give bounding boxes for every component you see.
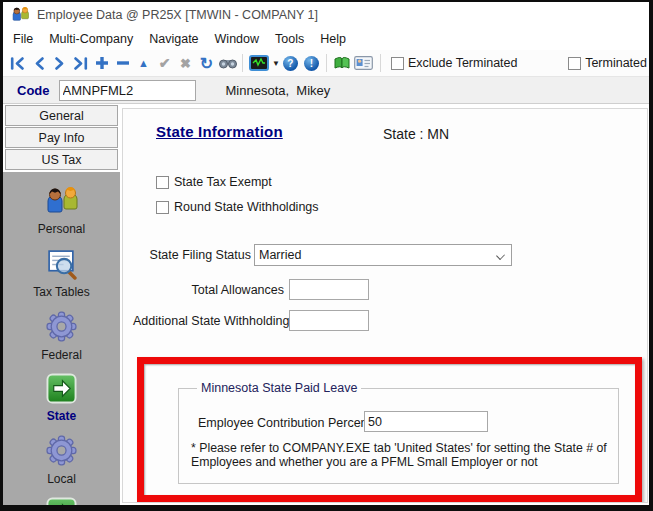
exclude-terminated-checkbox[interactable]: Exclude Terminated [391, 56, 518, 70]
left-column: General Pay Info US Tax Personal Tax Tab… [3, 104, 122, 505]
title-bar: Employee Data @ PR25X [TMWIN - COMPANY 1… [3, 2, 649, 27]
menu-help[interactable]: Help [312, 29, 354, 49]
toolbar-separator [326, 54, 327, 72]
sidebar-item-label: Personal [38, 222, 85, 236]
pfml-note-line2: Employees and whether you are a PFML Sma… [191, 455, 538, 469]
pfml-note-line1: * Please refer to COMPANY.EXE tab 'Unite… [191, 441, 607, 455]
total-allowances-input[interactable] [289, 279, 369, 300]
refresh-icon[interactable]: ↻ [196, 53, 217, 73]
window-title: Employee Data @ PR25X [TMWIN - COMPANY 1… [37, 8, 318, 22]
employee-name: Minnesota, Mikey [226, 83, 331, 98]
sidebar-item-label: Federal [41, 348, 82, 362]
menu-window[interactable]: Window [207, 29, 267, 49]
additional-state-withholding-label: Additional State Withholding [133, 314, 284, 328]
state-filing-status-label: State Filing Status [133, 248, 251, 262]
toolbar: ▲ ✔ ✖ ↻ ▼ ? ! Exclude Terminated [3, 50, 649, 76]
sidebar-item-label: Tax Tables [33, 285, 89, 299]
minnesota-paid-leave-groupbox: Minnesota State Paid Leave Employee Cont… [178, 388, 619, 484]
menu-multi-company[interactable]: Multi-Company [41, 29, 141, 49]
sidebar-item-label: State [47, 409, 76, 423]
green-arrow-icon [46, 497, 77, 505]
monitor-dropdown-arrow-icon[interactable]: ▼ [272, 59, 280, 68]
state-tax-exempt-checkbox-box[interactable] [156, 176, 169, 189]
code-row: Code Minnesota, Mikey [3, 76, 649, 104]
sidebar-item-label: Local [47, 472, 76, 486]
next-record-icon[interactable] [49, 53, 70, 73]
green-arrow-icon [46, 373, 77, 404]
last-record-icon[interactable] [70, 53, 91, 73]
help-icon[interactable]: ? [280, 53, 301, 73]
app-window: Employee Data @ PR25X [TMWIN - COMPANY 1… [0, 0, 653, 511]
additional-state-withholding-input[interactable] [289, 310, 369, 331]
state-tax-exempt-label: State Tax Exempt [174, 175, 272, 189]
sidebar-item-local[interactable]: Local [45, 434, 78, 486]
employee-card-icon[interactable] [352, 53, 376, 73]
app-logo-people-icon [12, 6, 29, 23]
sidebar-item-personal[interactable]: Personal [38, 185, 85, 236]
remove-icon[interactable] [112, 53, 133, 73]
move-up-icon[interactable]: ▲ [133, 53, 154, 73]
state-information-panel: State Information State : MN State Tax E… [122, 108, 648, 503]
exclude-terminated-checkbox-box[interactable] [391, 57, 404, 70]
manual-book-icon[interactable] [331, 53, 352, 73]
sidebar-item-state[interactable]: State [46, 373, 77, 423]
round-state-withholdings-checkbox[interactable]: Round State Withholdings [156, 200, 319, 214]
accept-icon[interactable]: ✔ [154, 53, 175, 73]
activity-monitor-icon[interactable] [247, 53, 271, 73]
cancel-icon[interactable]: ✖ [175, 53, 196, 73]
tab-strip: General Pay Info US Tax [3, 104, 122, 171]
terminated-label: Terminated [585, 56, 647, 70]
first-record-icon[interactable] [7, 53, 28, 73]
people-icon [46, 185, 78, 217]
chevron-down-icon [496, 251, 505, 260]
code-label: Code [17, 83, 50, 98]
find-binoculars-icon[interactable] [217, 53, 238, 73]
state-information-heading[interactable]: State Information [156, 123, 283, 140]
sidebar-item-tax-tables[interactable]: Tax Tables [33, 247, 89, 299]
tab-us-tax[interactable]: US Tax [5, 149, 118, 170]
employee-contribution-percentage-input[interactable] [364, 411, 488, 432]
menu-navigate[interactable]: Navigate [141, 29, 206, 49]
us-tax-sidebar: Personal Tax Tables Federal State Local [3, 172, 120, 505]
state-filing-status-dropdown[interactable]: Married [254, 244, 512, 266]
toolbar-separator [242, 54, 243, 72]
gear-icon [45, 434, 78, 467]
state-code-value: State : MN [383, 126, 449, 142]
total-allowances-label: Total Allowances [133, 283, 284, 297]
add-icon[interactable] [91, 53, 112, 73]
terminated-checkbox-box[interactable] [568, 57, 581, 70]
sidebar-item-partial[interactable] [46, 497, 77, 505]
terminated-checkbox[interactable]: Terminated [568, 56, 647, 70]
menu-bar: File Multi-Company Navigate Window Tools… [3, 27, 649, 50]
round-state-withholdings-checkbox-box[interactable] [156, 201, 169, 214]
employee-contribution-percentage-label: Employee Contribution Percentage [198, 416, 392, 430]
gear-icon [45, 310, 78, 343]
round-state-withholdings-label: Round State Withholdings [174, 200, 319, 214]
code-input[interactable] [59, 80, 196, 101]
sidebar-item-federal[interactable]: Federal [41, 310, 82, 362]
menu-file[interactable]: File [5, 29, 41, 49]
body: General Pay Info US Tax Personal Tax Tab… [3, 104, 649, 505]
toolbar-separator [380, 54, 381, 72]
about-icon[interactable]: ! [301, 53, 322, 73]
tab-general[interactable]: General [5, 105, 118, 126]
help-orb: ? [283, 56, 298, 71]
state-filing-status-value: Married [259, 248, 301, 262]
exclude-terminated-label: Exclude Terminated [408, 56, 518, 70]
menu-tools[interactable]: Tools [267, 29, 312, 49]
state-tax-exempt-checkbox[interactable]: State Tax Exempt [156, 175, 272, 189]
tax-tables-icon [45, 247, 78, 280]
tab-pay-info[interactable]: Pay Info [5, 127, 118, 148]
about-orb: ! [304, 56, 319, 71]
minnesota-paid-leave-title: Minnesota State Paid Leave [197, 381, 361, 395]
previous-record-icon[interactable] [28, 53, 49, 73]
